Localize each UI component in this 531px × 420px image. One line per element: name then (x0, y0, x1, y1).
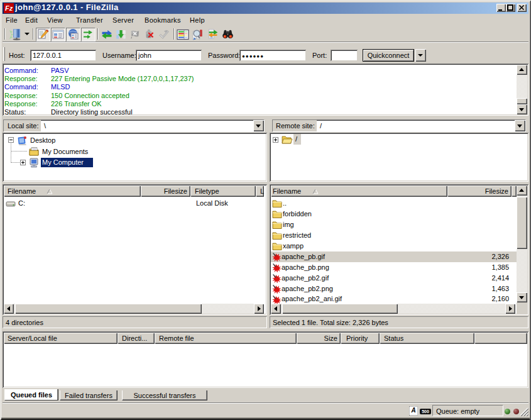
svg-text:Fz: Fz (5, 4, 13, 12)
